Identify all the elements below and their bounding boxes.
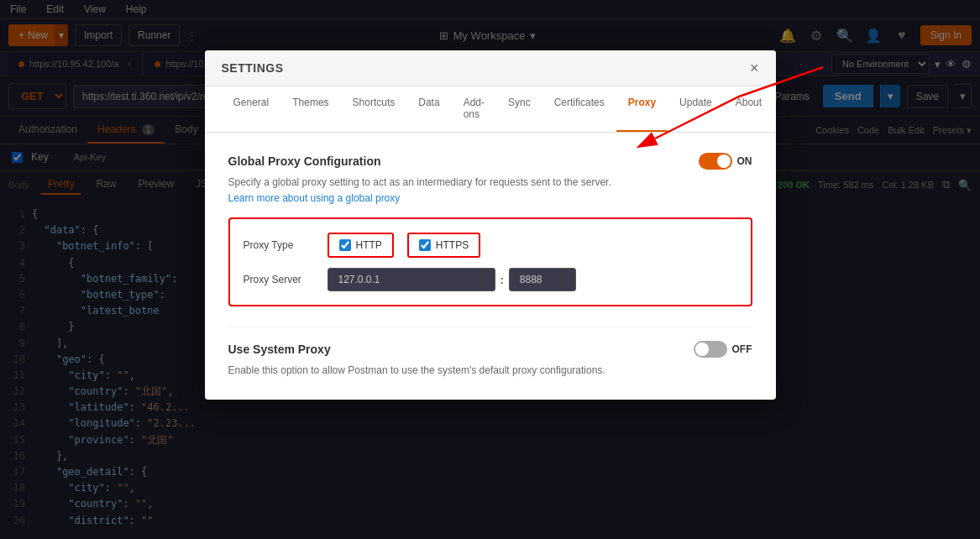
settings-tab-certificates[interactable]: Certificates	[542, 86, 616, 132]
global-proxy-title: Global Proxy Configuration	[228, 154, 381, 168]
global-proxy-toggle-label: ON	[737, 155, 752, 167]
https-checkbox-item: HTTPS	[407, 233, 480, 258]
global-proxy-desc: Specify a global proxy setting to act as…	[228, 176, 752, 188]
system-proxy-toggle[interactable]	[694, 341, 727, 358]
http-checkbox[interactable]	[339, 239, 351, 251]
system-proxy-header: Use System Proxy OFF	[228, 341, 752, 358]
settings-tab-shortcuts[interactable]: Shortcuts	[341, 86, 407, 132]
proxy-type-checkboxes: HTTP HTTPS	[328, 233, 481, 258]
global-proxy-toggle[interactable]	[699, 153, 732, 170]
modal-overlay: SETTINGS × General Themes Shortcuts Data…	[0, 0, 980, 539]
settings-tab-proxy[interactable]: Proxy	[616, 86, 668, 132]
global-proxy-header: Global Proxy Configuration ON	[228, 153, 752, 170]
proxy-port-input[interactable]	[509, 268, 576, 291]
modal-close-button[interactable]: ×	[750, 60, 759, 76]
settings-tab-general[interactable]: General	[222, 86, 281, 132]
proxy-type-label: Proxy Type	[244, 239, 328, 251]
https-label[interactable]: HTTPS	[436, 239, 469, 251]
modal-body: Global Proxy Configuration ON Specify a …	[205, 133, 776, 400]
http-label[interactable]: HTTP	[356, 239, 382, 251]
system-proxy-toggle-wrap: OFF	[694, 341, 752, 358]
settings-tab-addons[interactable]: Add-ons	[452, 86, 496, 132]
proxy-type-row: Proxy Type HTTP HTTPS	[244, 233, 737, 258]
settings-tab-sync[interactable]: Sync	[496, 86, 542, 132]
modal-header: SETTINGS ×	[205, 50, 776, 86]
proxy-server-label: Proxy Server	[244, 274, 328, 285]
settings-tab-data[interactable]: Data	[406, 86, 451, 132]
system-proxy-toggle-label: OFF	[732, 343, 752, 355]
settings-modal: SETTINGS × General Themes Shortcuts Data…	[205, 50, 776, 400]
settings-tab-about[interactable]: About	[724, 86, 773, 132]
proxy-server-row: Proxy Server :	[244, 268, 737, 291]
proxy-config-box: Proxy Type HTTP HTTPS Proxy Ser	[228, 217, 752, 306]
global-proxy-toggle-wrap: ON	[699, 153, 752, 170]
proxy-colon: :	[500, 274, 504, 286]
modal-title: SETTINGS	[222, 61, 284, 75]
settings-tab-themes[interactable]: Themes	[280, 86, 340, 132]
system-proxy-desc: Enable this option to allow Postman to u…	[228, 364, 752, 376]
settings-tab-update[interactable]: Update	[668, 86, 724, 132]
https-checkbox[interactable]	[419, 239, 431, 251]
system-proxy-title: Use System Proxy	[228, 343, 331, 356]
learn-more-link[interactable]: Learn more about using a global proxy	[228, 192, 401, 204]
http-checkbox-item: HTTP	[328, 233, 394, 258]
system-proxy-section: Use System Proxy OFF Enable this option …	[228, 327, 752, 376]
proxy-server-input[interactable]	[328, 268, 495, 291]
modal-tabs: General Themes Shortcuts Data Add-ons Sy…	[205, 86, 776, 133]
